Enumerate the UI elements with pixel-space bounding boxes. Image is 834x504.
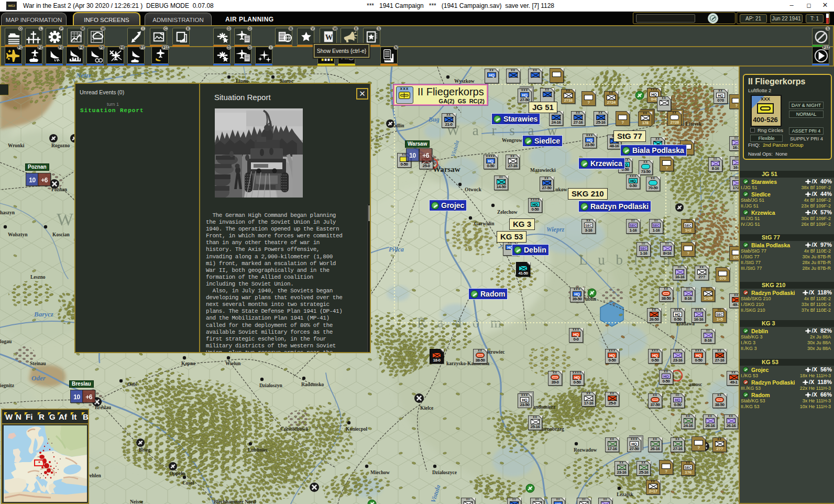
svg-text:Lukow: Lukow: [552, 187, 567, 192]
svg-text:Wolsztyn: Wolsztyn: [8, 232, 28, 237]
svg-text:Mazowiecki: Mazowiecki: [530, 168, 556, 173]
svg-text:Oder: Oder: [31, 374, 46, 382]
svg-text:strowiec: strowiec: [487, 349, 505, 355]
svg-text:Wielun: Wielun: [225, 361, 241, 366]
svg-text:Leszno: Leszno: [30, 275, 46, 280]
svg-text:Zelechow: Zelechow: [497, 210, 518, 215]
svg-text:W: W: [57, 210, 74, 229]
svg-text:Rogozno: Rogozno: [51, 143, 70, 148]
svg-text:Dzialoszyce: Dzialoszyce: [432, 470, 457, 475]
svg-text:Garwolin: Garwolin: [474, 221, 495, 226]
svg-text:logau: logau: [0, 339, 12, 344]
svg-text:Kielce: Kielce: [420, 406, 433, 411]
svg-text:Blechhammer Nord: Blechhammer Nord: [214, 499, 256, 504]
svg-text:Netze: Netze: [75, 71, 92, 79]
svg-text:Kepno: Kepno: [181, 361, 195, 366]
svg-text:Dzialoszyn: Dzialoszyn: [259, 383, 283, 388]
svg-text:Steinau: Steinau: [30, 361, 46, 366]
svg-text:Wengrow: Wengrow: [502, 138, 522, 143]
svg-text:Wieprz: Wieprz: [546, 226, 565, 233]
svg-text:Bug: Bug: [428, 116, 440, 123]
svg-text:rehlen: rehlen: [87, 473, 101, 478]
svg-text:Cosel: Cosel: [182, 480, 194, 486]
svg-text:W: W: [325, 33, 333, 41]
svg-text:Czestochowa: Czestochowa: [280, 426, 308, 432]
svg-text:arnobrzeg: arnobrzeg: [542, 426, 564, 432]
svg-text:Otwock: Otwock: [465, 187, 481, 192]
svg-text:Barycz: Barycz: [34, 310, 54, 318]
svg-text:Oppeln: Oppeln: [169, 471, 185, 476]
svg-text:amosc: amosc: [689, 382, 702, 387]
svg-text:Koniecpol: Koniecpol: [346, 426, 368, 432]
svg-text:Radomsko: Radomsko: [301, 382, 324, 387]
svg-text:Rozwadow: Rozwadow: [574, 447, 597, 453]
svg-text:haszyn: haszyn: [0, 210, 15, 215]
svg-text:iegnitz: iegnitz: [0, 383, 15, 388]
svg-text:andomierz: andomierz: [533, 404, 556, 410]
svg-text:est Litovsk: est Litovsk: [678, 122, 702, 127]
svg-text:Lezajsk: Lezajsk: [617, 492, 633, 497]
svg-text:Wronki: Wronki: [8, 143, 25, 148]
svg-text:ublin: ublin: [585, 297, 597, 302]
svg-text:Neisse: Neisse: [130, 499, 143, 504]
svg-text:Lubliniec: Lubliniec: [248, 447, 268, 453]
svg-text:Wyszkow: Wyszkow: [454, 79, 475, 84]
svg-text:Koscian: Koscian: [52, 232, 70, 237]
svg-text:Pilica: Pilica: [389, 246, 404, 253]
svg-text:Oels: Oels: [127, 382, 137, 387]
svg-text:Brieg: Brieg: [139, 447, 150, 453]
svg-text:Miechow: Miechow: [370, 470, 390, 475]
